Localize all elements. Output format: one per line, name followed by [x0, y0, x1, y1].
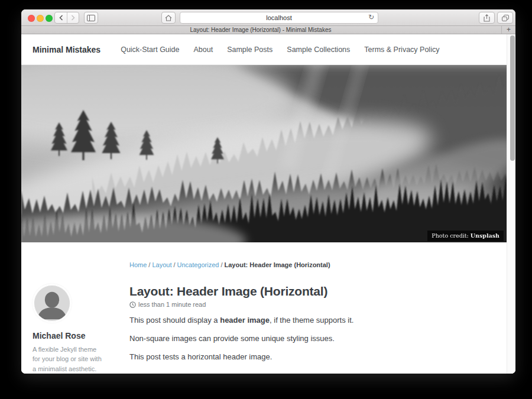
scrollbar-thumb[interactable]	[510, 35, 515, 161]
breadcrumb-current: Layout: Header Image (Horizontal)	[225, 261, 330, 268]
sidebar-icon	[87, 15, 95, 21]
breadcrumb-separator: /	[173, 261, 175, 268]
article: Layout: Header Image (Horizontal) less t…	[129, 285, 504, 374]
home-button[interactable]	[161, 12, 176, 24]
back-button[interactable]	[55, 12, 67, 23]
nav-item-about[interactable]: About	[194, 46, 213, 54]
foggy-forest-photo	[21, 65, 515, 242]
close-window-button[interactable]	[28, 15, 35, 22]
image-caption: Photo credit: Unsplash	[427, 231, 504, 241]
page-meta: less than 1 minute read	[129, 301, 504, 308]
caption-source-link[interactable]: Unsplash	[471, 232, 499, 239]
show-all-tabs-button[interactable]	[497, 12, 513, 24]
author-sidebar: Michael Rose A flexible Jekyll theme for…	[33, 285, 129, 374]
chevron-left-icon	[59, 15, 63, 21]
history-nav-group	[54, 12, 79, 24]
read-time: less than 1 minute read	[138, 301, 206, 308]
browser-window: localhost ↻ Layout: Header Image (Horizo…	[21, 9, 515, 374]
tab-bar: Layout: Header Image (Horizontal) - Mini…	[21, 26, 515, 34]
author-name: Michael Rose	[33, 331, 129, 340]
nav-item-sample-collections[interactable]: Sample Collections	[287, 46, 350, 54]
author-bio: A flexible Jekyll theme for your blog or…	[33, 345, 105, 374]
caption-text: Photo credit:	[432, 232, 470, 239]
site-nav: Quick-Start Guide About Sample Posts Sam…	[121, 46, 439, 54]
nav-item-terms-privacy[interactable]: Terms & Privacy Policy	[364, 46, 439, 54]
clock-icon	[129, 301, 136, 308]
page-viewport: Minimal Mistakes Quick-Start Guide About…	[21, 34, 515, 374]
chevron-right-icon	[71, 15, 75, 21]
share-button[interactable]	[479, 12, 495, 24]
breadcrumb-layout[interactable]: Layout	[152, 261, 171, 268]
paragraph: Non-square images can provide some uniqu…	[129, 333, 504, 345]
page-title: Layout: Header Image (Horizontal)	[129, 285, 504, 298]
url-text: localhost	[266, 14, 291, 21]
paragraph: This post should display a header image,…	[129, 314, 504, 326]
browser-tab[interactable]: Layout: Header Image (Horizontal) - Mini…	[21, 26, 500, 34]
nav-item-sample-posts[interactable]: Sample Posts	[227, 46, 273, 54]
avatar	[34, 285, 70, 322]
header-image: Photo credit: Unsplash	[21, 65, 515, 242]
site-title-link[interactable]: Minimal Mistakes	[33, 45, 100, 54]
tabs-overview-icon	[502, 15, 509, 21]
scrollbar-track[interactable]	[507, 34, 515, 374]
address-bar[interactable]: localhost ↻	[180, 12, 378, 24]
nav-item-quick-start-guide[interactable]: Quick-Start Guide	[121, 46, 179, 54]
breadcrumb-home[interactable]: Home	[129, 261, 147, 268]
page-body: Home/Layout/Uncategorized/Layout: Header…	[21, 261, 515, 374]
breadcrumb: Home/Layout/Uncategorized/Layout: Header…	[129, 261, 504, 268]
forward-button[interactable]	[67, 12, 79, 23]
minimize-window-button[interactable]	[37, 15, 44, 22]
breadcrumb-separator: /	[220, 261, 222, 268]
breadcrumb-uncategorized[interactable]: Uncategorized	[177, 261, 219, 268]
new-tab-button[interactable]: +	[501, 26, 515, 34]
breadcrumb-separator: /	[148, 261, 150, 268]
refresh-icon[interactable]: ↻	[368, 13, 374, 21]
share-icon	[484, 14, 490, 22]
browser-toolbar: localhost ↻	[21, 9, 515, 26]
zoom-window-button[interactable]	[46, 15, 53, 22]
sidebar-toggle-button[interactable]	[84, 12, 98, 24]
paragraph: This post tests a horizontal header imag…	[129, 351, 504, 363]
home-icon	[165, 15, 172, 21]
site-masthead: Minimal Mistakes Quick-Start Guide About…	[21, 34, 515, 65]
